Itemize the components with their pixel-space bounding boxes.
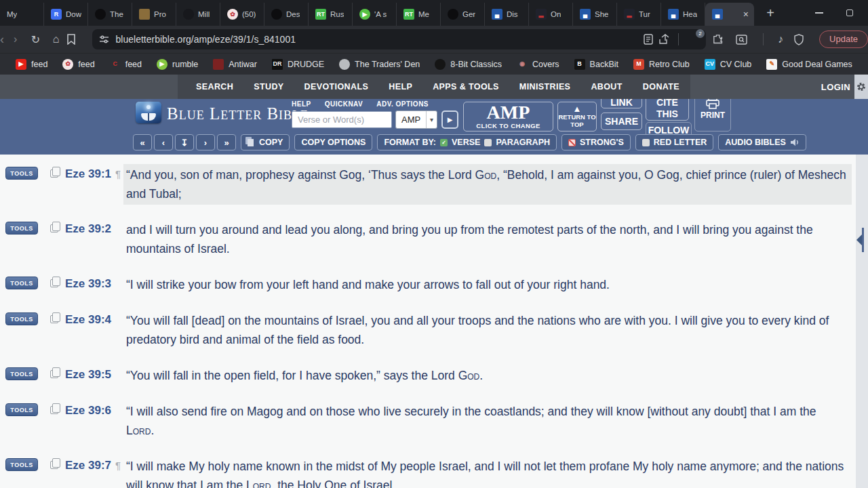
copy-verse-icon[interactable] — [50, 406, 58, 414]
bookmark-item[interactable]: CVCV Club — [697, 56, 760, 73]
return-to-top-button[interactable]: ▲ RETURN TO TOP — [557, 102, 597, 131]
browser-tab[interactable]: Mill — [176, 3, 220, 26]
verse-reference[interactable]: Eze 39:5 — [65, 366, 115, 384]
audio-bibles-button[interactable]: AUDIO BIBLES — [718, 134, 806, 150]
blb-logo-icon[interactable] — [136, 102, 161, 123]
vpn-shield-icon[interactable] — [793, 34, 814, 45]
minimize-button[interactable] — [815, 12, 823, 14]
bookmark-item[interactable]: ◉Covers — [509, 56, 567, 73]
bookmark-item[interactable]: ✿feed — [55, 56, 102, 73]
verse-text[interactable]: and I will turn you around and lead you … — [123, 220, 852, 260]
version-select[interactable]: AMP ▾ — [395, 110, 437, 129]
browser-tab[interactable]: ▂On — [529, 3, 573, 26]
tools-button[interactable]: TOOLS — [5, 222, 38, 235]
browser-tab[interactable]: ▄She — [573, 3, 617, 26]
browser-tab[interactable]: RTMe — [397, 3, 441, 26]
bookmarks-overflow-chevron[interactable]: » — [860, 58, 868, 70]
tools-button[interactable]: TOOLS — [5, 277, 38, 289]
forward-icon[interactable]: › — [5, 33, 26, 45]
side-panel-toggle[interactable] — [857, 228, 865, 252]
verse-reference[interactable]: Eze 39:3 — [65, 275, 115, 293]
bookmark-item[interactable]: ✎Good Deal Games — [759, 56, 860, 73]
share-icon[interactable] — [658, 34, 670, 45]
format-paragraph-option[interactable]: PARAGRAPH — [496, 138, 550, 147]
nav-item-ministries[interactable]: MINISTRIES — [509, 82, 581, 92]
verse-text[interactable]: “You will fall [dead] on the mountains o… — [123, 311, 852, 350]
verse-reference[interactable]: Eze 39:7 — [65, 457, 115, 474]
tools-button[interactable]: TOOLS — [5, 367, 38, 380]
jump-to-verse-button[interactable]: ↧ — [175, 134, 194, 150]
browser-tab[interactable]: Ger — [441, 3, 485, 26]
reader-mode-icon[interactable] — [643, 34, 654, 45]
restore-button[interactable] — [846, 9, 853, 16]
brave-shield-icon[interactable]: 2 — [687, 33, 702, 46]
bookmark-item[interactable]: ▶rumble — [149, 56, 205, 73]
translation-change-button[interactable]: AMP CLICK TO CHANGE — [463, 102, 553, 131]
verse-text[interactable]: “I will make My holy name known in the m… — [123, 457, 852, 488]
paragraph-unchecked-icon[interactable] — [484, 139, 492, 146]
copy-verse-icon[interactable] — [50, 224, 58, 232]
bookmark-ribbon-icon[interactable] — [66, 34, 87, 45]
nav-item-apps-tools[interactable]: APPS & TOOLS — [422, 82, 509, 92]
browser-tab[interactable]: Des — [264, 3, 309, 26]
copy-button[interactable]: COPY — [241, 134, 290, 150]
verse-reference[interactable]: Eze 39:2 — [65, 220, 115, 238]
browser-tab[interactable]: ▂Tur — [617, 3, 661, 26]
verse-reference[interactable]: Eze 39:4 — [65, 311, 115, 329]
tools-button[interactable]: TOOLS — [5, 312, 38, 325]
tools-button[interactable]: TOOLS — [5, 403, 38, 416]
nav-item-donate[interactable]: DONATE — [633, 82, 690, 92]
prev-chapter-button[interactable]: ‹ — [154, 134, 173, 150]
back-icon[interactable]: ‹ — [0, 33, 5, 47]
login-link[interactable]: LOGIN — [821, 75, 850, 99]
verse-text[interactable]: “I will also send fire on Magog and on t… — [123, 402, 852, 441]
search-go-button[interactable]: ▶ — [441, 110, 458, 129]
site-brand-title[interactable]: Blue Letter Bible — [167, 104, 309, 123]
verse-text[interactable]: “You will fall in the open field, for I … — [123, 366, 852, 386]
home-icon[interactable]: ⌂ — [46, 33, 66, 45]
tab-close-icon[interactable]: × — [742, 9, 750, 20]
format-verse-option[interactable]: VERSE — [452, 138, 480, 147]
browser-tab[interactable]: ✿(50) — [220, 3, 264, 26]
verse-reference[interactable]: Eze 39:1 — [65, 165, 115, 183]
browser-tab[interactable]: ▄Hea — [661, 3, 705, 26]
search-window-icon[interactable] — [736, 35, 756, 45]
tune-icon[interactable] — [99, 35, 109, 44]
share-button[interactable]: SHARE — [601, 113, 642, 130]
cite-this-button[interactable]: CITE THIS — [646, 99, 689, 121]
copy-verse-icon[interactable] — [50, 279, 58, 287]
browser-tab[interactable]: RDow — [44, 3, 88, 26]
help-link[interactable]: HELP — [292, 100, 311, 108]
verse-text[interactable]: “And you, son of man, prophesy against G… — [123, 164, 852, 205]
nav-item-devotionals[interactable]: DEVOTIONALS — [294, 82, 379, 92]
copy-verse-icon[interactable] — [50, 370, 58, 378]
verse-checked-icon[interactable]: ✓ — [440, 139, 448, 146]
browser-tab[interactable]: My — [0, 3, 44, 26]
extensions-puzzle-icon[interactable] — [713, 34, 733, 45]
music-note-icon[interactable]: ♪ — [770, 33, 791, 45]
nav-item-about[interactable]: ABOUT — [580, 82, 632, 92]
browser-tab[interactable]: The — [88, 3, 132, 26]
nav-item-study[interactable]: STUDY — [243, 82, 294, 92]
bookmark-item[interactable]: The Traders' Den — [332, 56, 427, 73]
tools-button[interactable]: TOOLS — [5, 458, 38, 471]
print-button[interactable]: PRINT — [694, 99, 731, 131]
reload-icon[interactable]: ↻ — [26, 33, 46, 46]
nav-item-search[interactable]: SEARCH — [186, 82, 243, 92]
bookmark-item[interactable]: MRetro Club — [626, 56, 697, 73]
scrollbar-track[interactable] — [856, 155, 868, 488]
bookmark-item[interactable]: Antiwar — [205, 56, 264, 73]
url-bar[interactable]: blueletterbible.org/amp/eze/39/1/s_84100… — [92, 29, 707, 49]
browser-tab[interactable]: ▄× — [705, 3, 754, 26]
copy-verse-icon[interactable] — [50, 169, 58, 178]
adv-options-link[interactable]: ADV. OPTIONS — [376, 100, 429, 108]
bookmark-item[interactable]: Cfeed — [102, 56, 149, 73]
bookmark-item[interactable]: DRDRUDGE — [264, 56, 332, 73]
link-button[interactable]: LINK — [601, 99, 642, 108]
copy-verse-icon[interactable] — [50, 461, 58, 469]
next-chapter-button[interactable]: › — [196, 134, 215, 150]
browser-update-button[interactable]: Update — [819, 30, 868, 48]
tools-button[interactable]: TOOLS — [5, 167, 38, 180]
bookmark-item[interactable]: ▶feed — [8, 56, 55, 73]
copy-verse-icon[interactable] — [50, 315, 58, 323]
